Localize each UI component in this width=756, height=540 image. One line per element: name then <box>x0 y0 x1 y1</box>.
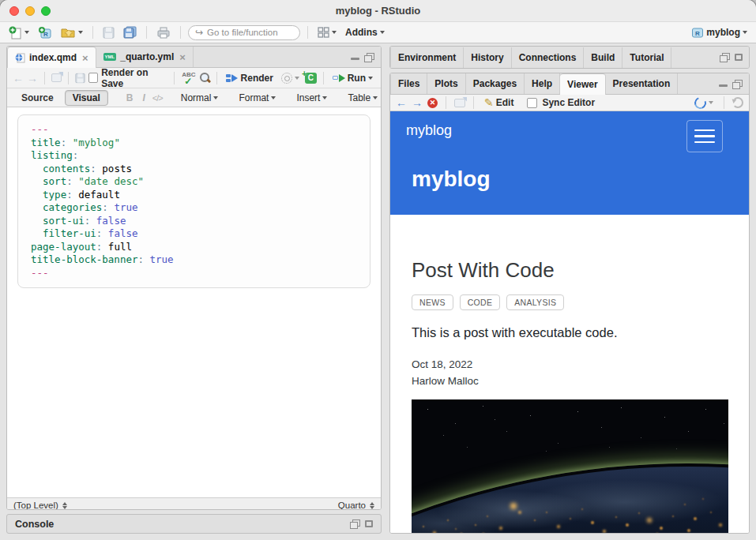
dropdown-caret <box>322 96 327 99</box>
goto-arrow-icon: ↪ <box>195 27 203 38</box>
goto-file-input[interactable] <box>207 28 293 37</box>
stop-icon[interactable]: ✕ <box>427 98 438 108</box>
open-in-browser-icon[interactable] <box>454 99 465 107</box>
toolbar-separator <box>724 96 724 109</box>
insert-dropdown[interactable]: Insert <box>294 91 329 105</box>
popout-editor-icon[interactable] <box>51 73 62 82</box>
tab-connections[interactable]: Connections <box>512 47 585 68</box>
close-tab-icon[interactable]: × <box>179 52 186 62</box>
maximize-pane-icon[interactable] <box>364 53 374 62</box>
print-button[interactable] <box>154 25 173 40</box>
maximize-pane-icon[interactable] <box>735 54 743 61</box>
tab-history[interactable]: History <box>464 47 511 68</box>
save-doc-icon[interactable] <box>75 73 85 84</box>
code-token <box>31 175 43 187</box>
render-settings-button[interactable] <box>279 71 302 85</box>
main-toolbar: R ↪ Addins R <box>0 22 756 43</box>
tab-viewer[interactable]: Viewer <box>560 73 605 95</box>
render-on-save-checkbox[interactable] <box>88 73 98 83</box>
editor-tab-_quarto.yml[interactable]: YML_quarto.yml× <box>96 47 194 67</box>
editor-content[interactable]: ---title: "myblog"listing: contents: pos… <box>7 107 381 497</box>
scope-selector[interactable]: (Top Level) <box>13 501 58 510</box>
tab-presentation[interactable]: Presentation <box>606 73 679 94</box>
edit-label: Edit <box>496 97 514 108</box>
sync-editor-checkbox[interactable] <box>527 98 537 108</box>
category-badge-code[interactable]: CODE <box>460 294 501 310</box>
post-description: This is a post with executable code. <box>412 325 727 340</box>
code-line: contents: posts <box>31 163 357 176</box>
code-token: : <box>96 241 108 253</box>
hamburger-menu-icon[interactable] <box>686 120 723 152</box>
table-dropdown[interactable]: Table <box>345 91 380 105</box>
project-menu-button[interactable]: R myblog <box>689 25 750 40</box>
new-file-button[interactable] <box>6 24 32 41</box>
console-pane-header[interactable]: Console <box>6 514 382 534</box>
insert-chunk-icon[interactable]: C <box>305 73 317 84</box>
blog-banner-title: myblog <box>412 167 491 192</box>
publish-button[interactable] <box>692 96 716 111</box>
goto-file-search[interactable]: ↪ <box>188 25 300 40</box>
addins-button[interactable]: Addins <box>343 25 387 39</box>
minimize-window-button[interactable] <box>25 6 35 16</box>
visual-editor-toolbar: Source Visual B I </> Normal Format Inse… <box>7 88 381 107</box>
zoom-window-button[interactable] <box>41 6 51 16</box>
tab-files[interactable]: Files <box>390 73 427 94</box>
spellcheck-icon[interactable]: ABC✓ <box>181 72 196 84</box>
project-caret <box>743 31 747 34</box>
run-button[interactable]: Run <box>330 71 375 85</box>
restore-pane-icon[interactable] <box>720 53 730 62</box>
refresh-icon[interactable] <box>732 97 743 108</box>
minimize-pane-icon[interactable] <box>719 81 728 88</box>
category-badge-analysis[interactable]: ANALYSIS <box>506 294 564 310</box>
tab-label: Presentation <box>613 78 671 89</box>
code-token: title <box>31 137 61 148</box>
maximize-pane-icon[interactable] <box>732 80 743 88</box>
code-token: : <box>85 215 96 227</box>
italic-button[interactable]: I <box>141 92 148 103</box>
svg-text:R: R <box>695 30 700 37</box>
code-token: false <box>108 227 138 239</box>
source-mode-button[interactable]: Source <box>15 91 60 105</box>
save-all-button[interactable] <box>121 24 139 40</box>
yaml-front-matter-block[interactable]: ---title: "myblog"listing: contents: pos… <box>17 114 370 288</box>
pane-layout-button[interactable] <box>315 25 339 39</box>
filetype-selector[interactable]: Quarto <box>338 501 366 510</box>
category-badge-news[interactable]: NEWS <box>412 294 453 310</box>
tab-environment[interactable]: Environment <box>390 47 464 68</box>
format-dropdown[interactable]: Format <box>236 91 278 105</box>
blog-navbar-brand[interactable]: myblog <box>406 122 452 139</box>
render-button[interactable]: Render <box>224 71 276 85</box>
run-label: Run <box>348 73 366 84</box>
viewer-content[interactable]: myblog myblog Post With Code NEWSCODEANA… <box>390 111 749 533</box>
editor-tab-index.qmd[interactable]: index.qmd× <box>7 47 96 68</box>
save-button[interactable] <box>100 25 117 40</box>
viewer-forward-icon[interactable]: → <box>412 97 423 108</box>
code-token: true <box>114 201 137 213</box>
viewer-back-icon[interactable]: ← <box>396 97 407 108</box>
code-token: default <box>78 189 120 201</box>
find-icon[interactable] <box>199 72 210 84</box>
new-project-button[interactable]: R <box>36 24 55 41</box>
paragraph-style-dropdown[interactable]: Normal <box>179 91 221 105</box>
code-token: : <box>66 189 78 201</box>
tab-help[interactable]: Help <box>525 73 560 94</box>
close-tab-icon[interactable]: × <box>82 53 88 63</box>
code-token: : <box>137 253 149 265</box>
tab-build[interactable]: Build <box>584 47 622 68</box>
bold-button[interactable]: B <box>124 92 136 103</box>
code-button[interactable]: </> <box>152 93 163 103</box>
open-file-caret <box>78 31 83 34</box>
visual-mode-button[interactable]: Visual <box>65 90 108 106</box>
forward-icon[interactable]: → <box>27 73 38 84</box>
restore-console-icon[interactable] <box>350 519 360 528</box>
open-file-button[interactable] <box>58 25 85 40</box>
tab-plots[interactable]: Plots <box>427 73 465 94</box>
code-line: listing: <box>31 149 357 163</box>
close-window-button[interactable] <box>9 6 19 16</box>
tab-packages[interactable]: Packages <box>466 73 525 94</box>
tab-tutorial[interactable]: Tutorial <box>622 47 671 68</box>
edit-button[interactable]: ✎ Edit <box>482 96 516 110</box>
maximize-console-icon[interactable] <box>365 520 373 527</box>
minimize-pane-icon[interactable] <box>351 54 359 61</box>
back-icon[interactable]: ← <box>13 73 24 84</box>
